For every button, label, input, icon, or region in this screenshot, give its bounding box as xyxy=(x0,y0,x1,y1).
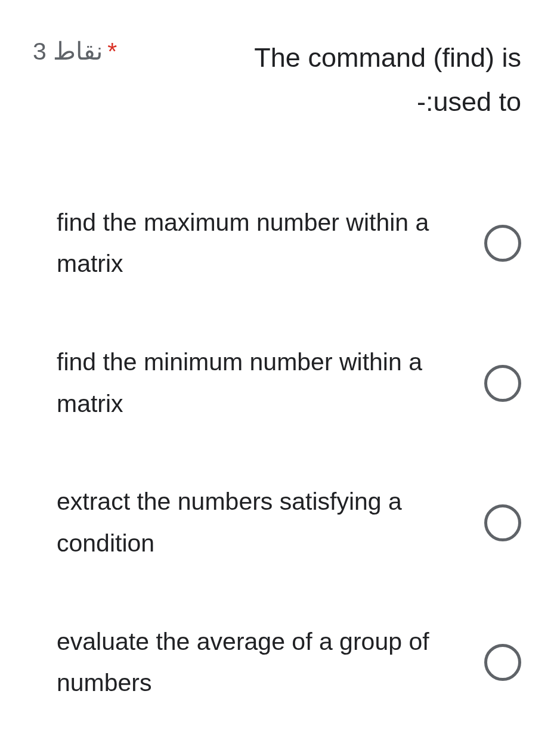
radio-icon[interactable] xyxy=(484,644,521,681)
radio-icon[interactable] xyxy=(484,225,521,262)
option-label: find the maximum number within a matrix xyxy=(57,202,466,285)
question-text-line2: -:used to xyxy=(129,80,521,124)
radio-icon[interactable] xyxy=(484,365,521,402)
points-label: 3 نقاط xyxy=(33,38,103,65)
option-label: evaluate the average of a group of numbe… xyxy=(57,621,466,704)
option-row-2[interactable]: extract the numbers satisfying a conditi… xyxy=(57,481,521,564)
option-label: find the minimum number within a matrix xyxy=(57,342,466,425)
question-header: 3 نقاط* The command (find) is -:used to xyxy=(33,36,521,125)
option-row-3[interactable]: evaluate the average of a group of numbe… xyxy=(57,621,521,704)
option-row-0[interactable]: find the maximum number within a matrix xyxy=(57,202,521,285)
question-text-wrapper: The command (find) is -:used to xyxy=(129,36,521,125)
option-label: extract the numbers satisfying a conditi… xyxy=(57,481,466,564)
option-row-1[interactable]: find the minimum number within a matrix xyxy=(57,342,521,425)
question-text-line1: The command (find) is xyxy=(129,36,521,80)
required-asterisk: * xyxy=(107,38,117,65)
options-list: find the maximum number within a matrix … xyxy=(33,202,521,757)
radio-icon[interactable] xyxy=(484,504,521,541)
points-wrapper: 3 نقاط* xyxy=(33,36,117,67)
